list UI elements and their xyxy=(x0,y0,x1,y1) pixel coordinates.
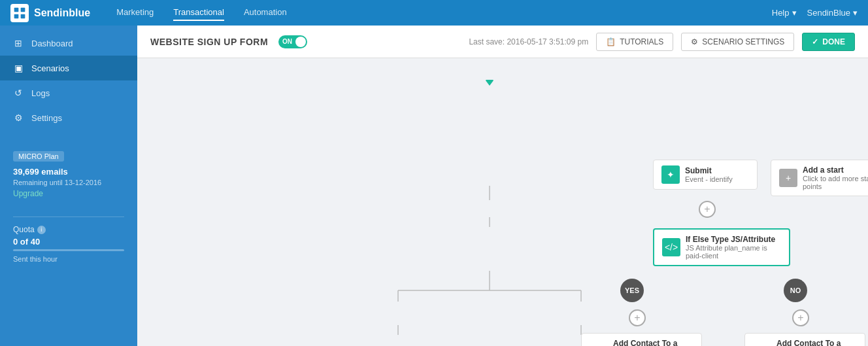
sidebar-item-logs[interactable]: ↺ Logs xyxy=(0,80,137,105)
add-start-text: Add a start Click to add more start poin… xyxy=(803,165,868,190)
scenarios-icon: ▣ xyxy=(13,63,24,73)
if-else-text: If Else Type JS/Attribute JS Attribute p… xyxy=(686,235,781,260)
toggle-track[interactable]: ON xyxy=(278,35,307,48)
connector-1[interactable]: + xyxy=(699,201,716,218)
toggle-knob xyxy=(295,37,306,47)
yes-connector[interactable]: + xyxy=(629,309,646,326)
info-icon[interactable]: i xyxy=(37,226,46,234)
yes-badge: YES xyxy=(620,279,644,302)
sidebar-item-scenarios[interactable]: ▣ Scenarios xyxy=(0,56,137,80)
remaining-text: Remaining until 13-12-2016 xyxy=(13,179,124,186)
contact-list-no-node[interactable]: + Add Contact To a List Add Contact To a… xyxy=(744,333,865,346)
logs-icon: ↺ xyxy=(13,88,24,98)
no-badge: NO xyxy=(784,279,807,302)
svg-rect-0 xyxy=(14,7,19,12)
top-navigation: Sendinblue Marketing Transactional Autom… xyxy=(0,0,868,26)
nav-marketing[interactable]: Marketing xyxy=(116,5,154,21)
scenario-title: WEBSITE SIGN UP FORM xyxy=(150,37,268,47)
submit-node[interactable]: ✦ Submit Event - identify xyxy=(653,160,758,190)
nav-automation[interactable]: Automation xyxy=(244,5,287,21)
main-layout: ⊞ Dashboard ▣ Scenarios ↺ Logs ⚙ Setting… xyxy=(0,26,868,346)
nav-links: Marketing Transactional Automation xyxy=(116,5,772,21)
quota-bar xyxy=(13,249,124,251)
contact-list-yes-node[interactable]: + Add Contact To a List Add Contact To a… xyxy=(581,333,702,346)
scenario-settings-button[interactable]: ⚙ SCENARIO SETTINGS xyxy=(681,33,794,51)
toggle-label: ON xyxy=(278,38,292,45)
right-links: Help ▾ SendinBlue ▾ xyxy=(772,8,858,18)
help-link[interactable]: Help ▾ xyxy=(772,8,797,18)
upgrade-link[interactable]: Upgrade xyxy=(13,189,124,198)
divider xyxy=(13,216,124,217)
quota-label: Quota i xyxy=(13,225,124,234)
check-icon: ✓ xyxy=(812,37,818,46)
submit-icon: ✦ xyxy=(661,165,680,184)
canvas[interactable]: ✦ Submit Event - identify + Add a start … xyxy=(137,58,868,346)
settings-icon: ⚙ xyxy=(13,112,24,123)
top-arrow xyxy=(486,80,493,85)
last-save-text: Last save: 2016-05-17 3:51:09 pm xyxy=(469,37,588,46)
done-button[interactable]: ✓ DONE xyxy=(802,33,855,51)
dashboard-icon: ⊞ xyxy=(13,38,24,48)
sidebar: ⊞ Dashboard ▣ Scenarios ↺ Logs ⚙ Setting… xyxy=(0,26,137,346)
canvas-inner: ✦ Submit Event - identify + Add a start … xyxy=(209,58,797,346)
gear-icon: ⚙ xyxy=(691,37,698,46)
submit-text: Submit Event - identify xyxy=(685,166,733,183)
nav-transactional[interactable]: Transactional xyxy=(173,5,224,21)
svg-rect-2 xyxy=(14,14,19,18)
if-else-icon: </> xyxy=(662,238,680,256)
logo[interactable]: Sendinblue xyxy=(10,4,90,22)
sidebar-plan-section: MICRO Plan 39,699 emails Remaining until… xyxy=(0,141,137,209)
plan-badge: MICRO Plan xyxy=(13,151,64,162)
content-area: WEBSITE SIGN UP FORM ON Last save: 2016-… xyxy=(137,26,868,346)
sidebar-item-dashboard[interactable]: ⊞ Dashboard xyxy=(0,31,137,56)
tutorials-icon: 📋 xyxy=(606,37,616,46)
toolbar: WEBSITE SIGN UP FORM ON Last save: 2016-… xyxy=(137,26,868,58)
if-else-node[interactable]: </> If Else Type JS/Attribute JS Attribu… xyxy=(653,228,790,266)
chevron-down-icon: ▾ xyxy=(792,8,797,18)
add-start-icon: + xyxy=(779,169,797,187)
quota-section: Quota i 0 of 40 Sent this hour xyxy=(0,225,137,271)
svg-rect-1 xyxy=(21,7,25,12)
no-connector[interactable]: + xyxy=(792,309,809,326)
sent-label: Sent this hour xyxy=(13,255,124,263)
chevron-down-icon-account: ▾ xyxy=(853,8,858,18)
tutorials-button[interactable]: 📋 TUTORIALS xyxy=(596,33,673,51)
svg-rect-3 xyxy=(21,14,25,18)
account-link[interactable]: SendinBlue ▾ xyxy=(807,8,858,18)
toggle-switch[interactable]: ON xyxy=(278,35,307,48)
add-start-node[interactable]: + Add a start Click to add more start po… xyxy=(771,160,868,196)
logo-text: Sendinblue xyxy=(34,7,90,19)
sidebar-item-settings[interactable]: ⚙ Settings xyxy=(0,105,137,130)
quota-count: 0 of 40 xyxy=(13,237,124,247)
contact-list-yes-text: Add Contact To a List Add Contact To a L… xyxy=(613,339,693,346)
logo-icon xyxy=(10,4,29,22)
email-count: 39,699 emails xyxy=(13,167,124,177)
toolbar-right: Last save: 2016-05-17 3:51:09 pm 📋 TUTOR… xyxy=(469,33,855,51)
contact-list-no-text: Add Contact To a List Add Contact To a L… xyxy=(776,339,857,346)
